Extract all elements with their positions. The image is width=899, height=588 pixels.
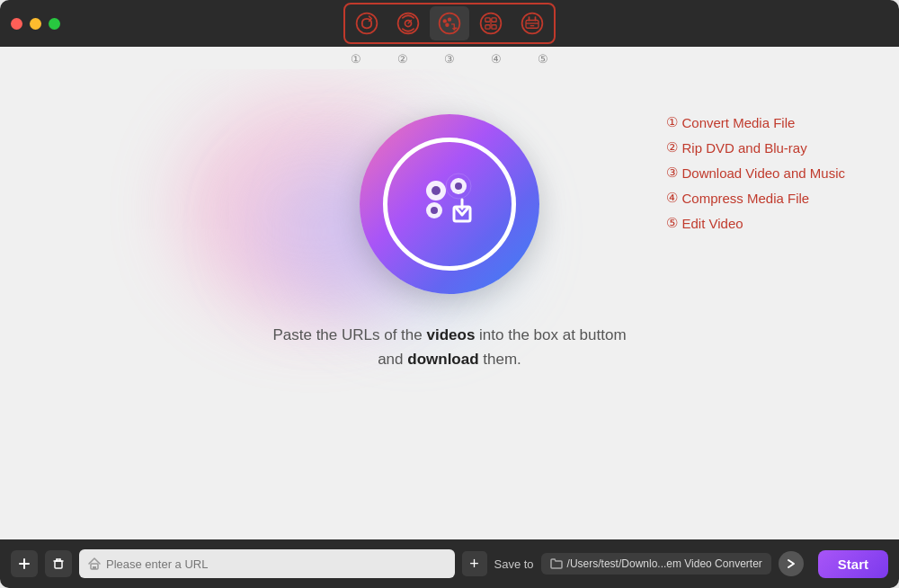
download-icon <box>437 11 462 36</box>
svg-rect-31 <box>55 561 62 568</box>
feature-item-5: ⑤ Edit Video <box>666 215 845 231</box>
feature-num-2: ② <box>666 139 678 156</box>
svg-rect-15 <box>526 21 539 29</box>
close-button[interactable] <box>11 18 22 30</box>
start-button[interactable]: Start <box>818 550 888 578</box>
tab-number-4: ④ <box>475 52 518 66</box>
logo-inner-circle <box>383 138 516 271</box>
tab-number-5: ⑤ <box>521 52 565 66</box>
rip-dvd-button[interactable] <box>388 6 428 40</box>
svg-point-23 <box>455 183 462 190</box>
feature-list: ① Convert Media File ② Rip DVD and Blu-r… <box>666 114 845 231</box>
url-input[interactable] <box>106 557 446 571</box>
feature-item-1: ① Convert Media File <box>666 114 845 130</box>
feature-label-4: Compress Media File <box>681 191 809 206</box>
svg-point-21 <box>432 186 441 195</box>
feature-label-1: Convert Media File <box>681 115 795 130</box>
arrow-right-icon <box>786 558 797 569</box>
svg-rect-11 <box>492 25 496 29</box>
feature-label-2: Rip DVD and Blu-ray <box>681 140 806 156</box>
svg-rect-37 <box>93 566 96 569</box>
trash-icon <box>52 557 65 570</box>
feature-item-4: ④ Compress Media File <box>666 190 845 206</box>
download-bold: download <box>407 351 478 368</box>
save-to-label: Save to <box>494 557 534 571</box>
svg-point-3 <box>440 13 460 34</box>
feature-label-5: Edit Video <box>681 216 743 231</box>
svg-point-25 <box>431 207 438 214</box>
description-line-2: and download them. <box>272 347 626 371</box>
videos-bold: videos <box>426 326 475 343</box>
traffic-lights <box>11 18 60 30</box>
tab-number-2: ② <box>381 52 424 66</box>
edit-video-icon <box>520 11 545 36</box>
save-path-button[interactable]: /Users/test/Downlo...em Video Converter <box>541 553 771 575</box>
compress-icon <box>478 11 503 36</box>
svg-point-6 <box>445 23 449 27</box>
feature-item-2: ② Rip DVD and Blu-ray <box>666 139 845 156</box>
description-line-1: Paste the URLs of the videos into the bo… <box>272 323 626 347</box>
save-to-area: Save to /Users/test/Downlo...em Video Co… <box>494 551 804 576</box>
svg-point-5 <box>448 17 451 21</box>
toolbar-icons-box <box>343 3 556 44</box>
svg-rect-10 <box>485 25 490 29</box>
app-window: ① ② ③ ④ ⑤ ① Convert Media File ② Rip DVD… <box>0 0 899 588</box>
compress-media-button[interactable] <box>471 6 511 40</box>
tab-number-3: ③ <box>428 52 471 66</box>
save-path-text: /Users/test/Downlo...em Video Converter <box>567 557 762 570</box>
plus-icon <box>18 557 31 570</box>
rip-dvd-icon <box>396 11 421 36</box>
folder-icon <box>550 557 563 570</box>
description-text: Paste the URLs of the videos into the bo… <box>272 323 626 371</box>
convert-media-button[interactable] <box>347 6 387 40</box>
tab-number-1: ① <box>334 52 378 66</box>
logo-svg <box>409 164 490 245</box>
edit-video-button[interactable] <box>512 6 552 40</box>
delete-url-button[interactable] <box>45 550 72 577</box>
convert-icon <box>354 11 379 36</box>
maximize-button[interactable] <box>49 18 60 30</box>
bottom-bar: + Save to /Users/test/Downlo...em Video … <box>0 539 899 588</box>
feature-num-1: ① <box>666 114 678 130</box>
title-bar <box>0 0 899 47</box>
tab-numbers-row: ① ② ③ ④ ⑤ <box>0 47 899 69</box>
center-logo <box>360 114 539 294</box>
feature-num-5: ⑤ <box>666 215 678 231</box>
toolbar <box>343 3 556 44</box>
feature-label-3: Download Video and Music <box>681 165 845 181</box>
feature-num-4: ④ <box>666 190 678 206</box>
svg-point-4 <box>443 19 447 22</box>
home-icon <box>88 557 101 570</box>
svg-rect-9 <box>492 18 496 22</box>
svg-rect-8 <box>485 18 490 22</box>
url-input-area <box>79 549 455 578</box>
add-button[interactable]: + <box>462 551 487 576</box>
main-content: ① Convert Media File ② Rip DVD and Blu-r… <box>0 69 899 539</box>
svg-point-0 <box>357 13 378 34</box>
download-video-button[interactable] <box>430 6 469 40</box>
feature-item-3: ③ Download Video and Music <box>666 165 845 181</box>
open-folder-button[interactable] <box>779 551 804 576</box>
feature-num-3: ③ <box>666 165 678 181</box>
minimize-button[interactable] <box>30 18 41 30</box>
add-url-button[interactable] <box>11 550 38 577</box>
logo-circle <box>360 114 539 294</box>
